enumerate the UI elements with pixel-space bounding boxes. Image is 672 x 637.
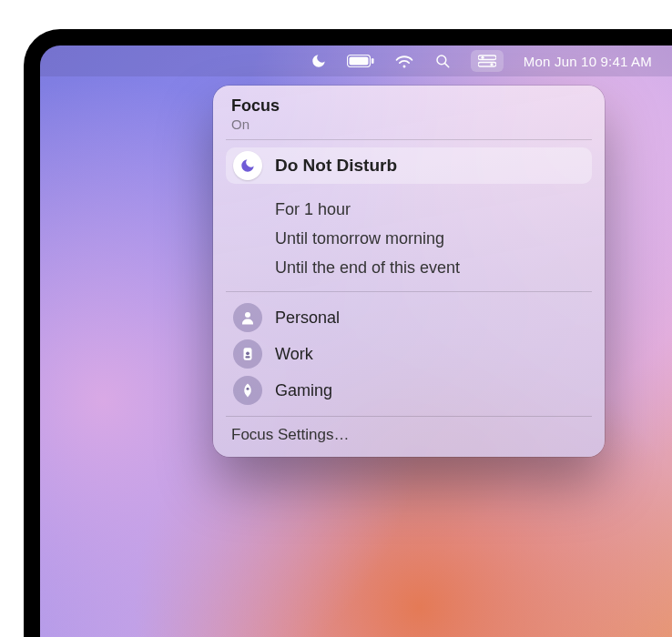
svg-point-9 [245,312,250,318]
focus-settings-item[interactable]: Focus Settings… [213,417,605,457]
menubar-clock[interactable]: Mon Jun 10 9:41 AM [524,49,652,73]
focus-settings-label: Focus Settings… [231,426,349,443]
control-center-icon[interactable] [471,50,504,72]
do-not-disturb-item[interactable]: Do Not Disturb [226,147,592,184]
menubar: Mon Jun 10 9:41 AM [40,46,672,76]
device-frame: Mon Jun 10 9:41 AM Focus On Do Not Distu… [24,29,672,637]
moon-icon [233,151,262,180]
duration-label: For 1 hour [275,200,351,219]
dnd-durations: For 1 hour Until tomorrow morning Until … [213,191,605,291]
desktop-screen: Mon Jun 10 9:41 AM Focus On Do Not Distu… [40,46,672,637]
duration-option[interactable]: Until the end of this event [226,253,592,282]
svg-rect-7 [478,63,496,67]
duration-option[interactable]: Until tomorrow morning [226,224,592,253]
focus-modes: Personal Work [213,292,605,416]
focus-popover-title: Focus [231,96,586,116]
do-not-disturb-label: Do Not Disturb [275,156,397,176]
focus-mode-label: Gaming [275,381,332,400]
focus-mode-work[interactable]: Work [226,336,592,372]
dnd-section: Do Not Disturb [213,140,605,191]
focus-popover-status: On [231,116,586,132]
svg-rect-12 [245,356,249,358]
svg-point-6 [481,56,484,59]
duration-label: Until tomorrow morning [275,229,444,248]
focus-mode-personal[interactable]: Personal [226,299,592,336]
person-icon [233,303,262,332]
svg-rect-2 [372,58,374,64]
focus-menu-icon[interactable] [311,49,327,73]
svg-point-11 [246,351,249,355]
focus-mode-label: Work [275,345,313,364]
duration-label: Until the end of this event [275,258,460,278]
battery-icon[interactable] [347,49,374,73]
svg-point-8 [490,63,493,66]
duration-option[interactable]: For 1 hour [226,195,592,224]
rocket-icon [233,376,262,405]
wifi-icon[interactable] [394,49,414,73]
spotlight-icon[interactable] [434,49,451,73]
focus-popover-header: Focus On [213,86,605,139]
focus-popover: Focus On Do Not Disturb For 1 hour [213,86,605,457]
svg-point-13 [247,388,249,390]
focus-mode-gaming[interactable]: Gaming [226,372,592,409]
focus-mode-label: Personal [275,308,340,328]
svg-rect-5 [478,56,496,60]
svg-rect-1 [349,57,368,66]
badge-icon [233,339,262,369]
svg-line-4 [444,64,448,67]
